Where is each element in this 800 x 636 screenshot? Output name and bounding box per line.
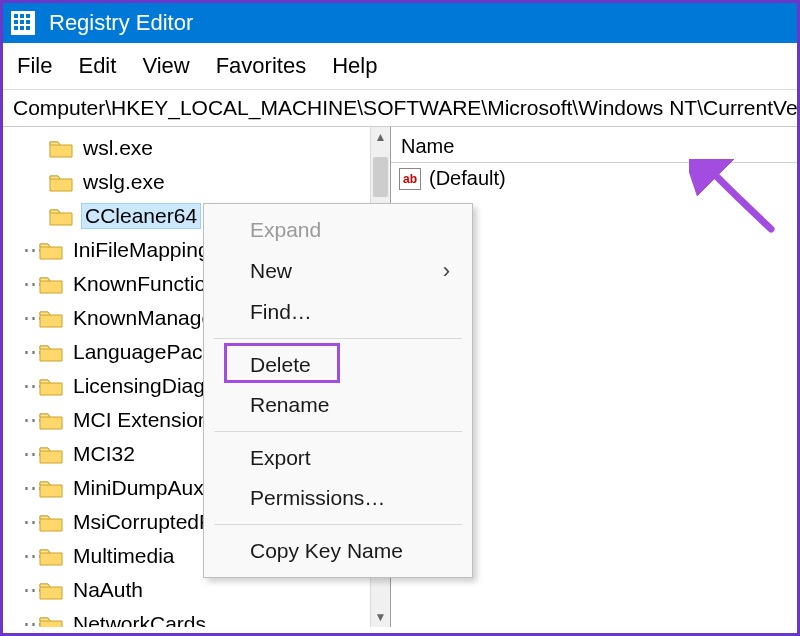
svg-rect-6 [14,26,18,30]
tree-item-label: wsl.exe [81,136,155,160]
tree-guide-icon: ⋯ [23,544,37,568]
tree-item-label: MsiCorruptedF [71,510,214,534]
separator [214,338,462,339]
folder-icon [39,274,63,294]
menu-file[interactable]: File [17,53,52,79]
tree-item-label: NetworkCards [71,612,208,627]
ctx-delete-label: Delete [250,353,311,377]
tree-item-label: MCI Extensions [71,408,222,432]
value-name: (Default) [429,167,506,190]
titlebar: Registry Editor [3,3,797,43]
menubar: File Edit View Favorites Help [3,43,797,90]
ctx-permissions[interactable]: Permissions… [204,478,472,518]
folder-icon [39,478,63,498]
menu-view[interactable]: View [142,53,189,79]
menu-favorites[interactable]: Favorites [216,53,306,79]
tree-item-label: NaAuth [71,578,145,602]
svg-rect-5 [26,20,30,24]
folder-icon [49,172,73,192]
tree-guide-icon: ⋯ [23,510,37,534]
ctx-rename-label: Rename [250,393,329,417]
separator [214,524,462,525]
ctx-permissions-label: Permissions… [250,486,385,510]
col-name[interactable]: Name [391,131,464,162]
svg-rect-7 [20,26,24,30]
ctx-rename[interactable]: Rename [204,385,472,425]
chevron-right-icon: › [443,258,450,284]
window-title: Registry Editor [49,10,193,36]
tree-item-label: MiniDumpAux [71,476,206,500]
ctx-expand: Expand [204,210,472,250]
tree-guide-icon: ⋯ [23,612,37,627]
folder-icon [39,342,63,362]
folder-icon [39,614,63,627]
tree-item-label: MCI32 [71,442,137,466]
address-text: Computer\HKEY_LOCAL_MACHINE\SOFTWARE\Mic… [13,96,797,119]
tree-item[interactable]: wslg.exe [3,165,390,199]
svg-rect-8 [26,26,30,30]
reg-string-icon: ab [399,168,421,190]
ctx-delete[interactable]: Delete [204,345,472,385]
ctx-copykeyname[interactable]: Copy Key Name [204,531,472,571]
tree-item-label: KnownManage [71,306,215,330]
ctx-new-label: New [250,259,292,283]
scroll-thumb[interactable] [373,157,388,197]
folder-icon [39,376,63,396]
value-row[interactable]: ab (Default) [391,163,797,194]
tree-guide-icon: ⋯ [23,374,37,398]
context-menu: Expand New › Find… Delete Rename Export … [203,203,473,578]
tree-item[interactable]: ⋯NetworkCards [3,607,390,627]
tree-item-label: Multimedia [71,544,177,568]
regedit-app-icon [11,11,35,35]
tree-guide-icon: ⋯ [23,408,37,432]
tree-item[interactable]: wsl.exe [3,131,390,165]
svg-rect-3 [14,20,18,24]
separator [214,431,462,432]
tree-item-label: LicensingDiag [71,374,207,398]
folder-icon [39,444,63,464]
tree-item-label: CCleaner64 [81,203,201,229]
folder-icon [49,138,73,158]
menu-edit[interactable]: Edit [78,53,116,79]
tree-guide-icon: ⋯ [23,306,37,330]
svg-rect-0 [14,14,18,18]
tree-item[interactable]: ⋯NaAuth [3,573,390,607]
folder-icon [39,308,63,328]
tree-item-label: wslg.exe [81,170,167,194]
tree-guide-icon: ⋯ [23,476,37,500]
values-header: Name [391,131,797,163]
svg-rect-2 [26,14,30,18]
tree-guide-icon: ⋯ [23,238,37,262]
ctx-find[interactable]: Find… [204,292,472,332]
folder-icon [39,240,63,260]
tree-guide-icon: ⋯ [23,442,37,466]
tree-item-label: KnownFunction [71,272,220,296]
ctx-copykeyname-label: Copy Key Name [250,539,403,563]
svg-rect-4 [20,20,24,24]
ctx-export[interactable]: Export [204,438,472,478]
address-bar[interactable]: Computer\HKEY_LOCAL_MACHINE\SOFTWARE\Mic… [3,90,797,127]
tree-guide-icon: ⋯ [23,578,37,602]
tree-item-label: LanguagePack [71,340,215,364]
folder-icon [39,546,63,566]
ctx-new[interactable]: New › [204,250,472,292]
app-window: Registry Editor File Edit View Favorites… [0,0,800,636]
scroll-down-icon[interactable]: ▼ [371,607,390,627]
ctx-find-label: Find… [250,300,312,324]
tree-guide-icon: ⋯ [23,340,37,364]
tree-item-label: IniFileMapping [71,238,212,262]
ctx-export-label: Export [250,446,311,470]
folder-icon [39,512,63,532]
svg-rect-1 [20,14,24,18]
ctx-expand-label: Expand [250,218,321,242]
scroll-up-icon[interactable]: ▲ [371,127,390,147]
folder-icon [39,580,63,600]
folder-icon [39,410,63,430]
tree-guide-icon: ⋯ [23,272,37,296]
menu-help[interactable]: Help [332,53,377,79]
folder-icon [49,206,73,226]
